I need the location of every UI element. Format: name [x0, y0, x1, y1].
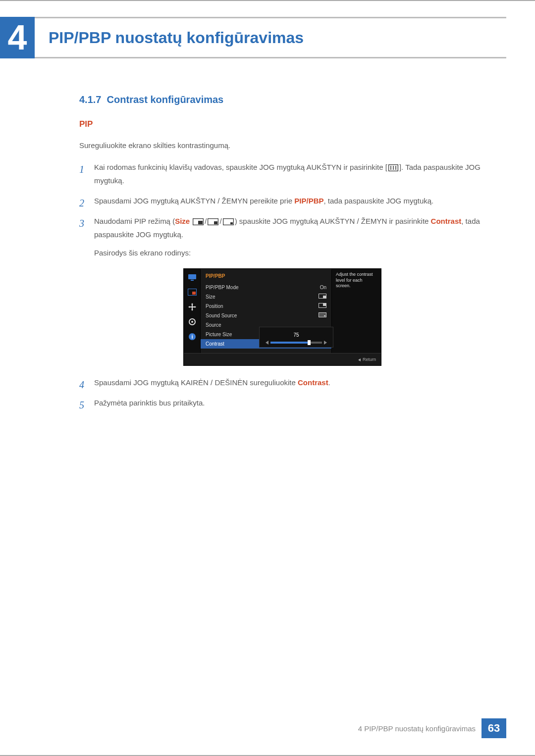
pip-size-icon-2 [208, 218, 218, 225]
osd-main: i PIP/PBP PIP/PBP Mode On Size [184, 269, 381, 353]
svg-rect-11 [191, 280, 194, 281]
section-title: Contrast konfigūravimas [107, 94, 224, 105]
slider-thumb [308, 340, 311, 345]
osd-menu: PIP/PBP PIP/PBP Mode On Size Position [201, 269, 331, 353]
osd-slider [270, 342, 322, 344]
svg-text:i: i [191, 334, 193, 340]
svg-rect-23 [324, 315, 325, 316]
osd-row-mode: PIP/PBP Mode On [201, 283, 331, 292]
osd-label-mode: PIP/PBP Mode [206, 283, 239, 292]
step-5: 5 Pažymėta parinktis bus pritaikyta. [79, 396, 485, 409]
svg-rect-22 [319, 312, 326, 317]
svg-rect-19 [323, 296, 326, 298]
osd-sound-icon [319, 311, 326, 320]
osd-value-mode: On [320, 283, 326, 292]
step-3: 3 Naudodami PIP režimą (Size //) spauski… [79, 214, 485, 366]
pip-size-icon-1 [193, 218, 204, 225]
chapter-title: PIP/PBP nuostatų konfigūravimas [35, 17, 506, 58]
step-3-size: Size [175, 217, 190, 225]
osd-label-contrast: Contrast [206, 340, 224, 349]
page-top-rule [0, 0, 535, 1]
chapter-header: 4 PIP/PBP nuostatų konfigūravimas [0, 17, 506, 58]
slider-left-arrow [266, 341, 268, 345]
svg-rect-21 [323, 303, 326, 306]
steps-list: 1 Kai rodomas funkcinių klavišų vadovas,… [79, 160, 485, 409]
step-2-highlight: PIP/PBP [294, 197, 323, 205]
osd-window: i PIP/PBP PIP/PBP Mode On Size [183, 268, 381, 366]
svg-rect-13 [192, 292, 196, 295]
monitor-icon [188, 273, 197, 282]
menu-icon [388, 164, 398, 171]
svg-rect-7 [214, 221, 217, 224]
info-icon: i [188, 332, 197, 341]
osd-size-icon [319, 293, 326, 302]
step-2-text-b: , tada paspauskite JOG mygtuką. [324, 197, 434, 205]
svg-point-15 [191, 321, 193, 323]
section-number: 4.1.7 [79, 94, 101, 105]
osd-label-source: Source [206, 321, 221, 330]
step-4: 4 Spausdami JOG mygtuką KAIRĖN / DEŠINĖN… [79, 376, 485, 389]
section-heading: 4.1.7 Contrast konfigūravimas [79, 94, 485, 105]
osd-row-sound: Sound Source [201, 311, 331, 320]
step-number: 5 [79, 396, 84, 414]
step-1-text-a: Kai rodomas funkcinių klavišų vadovas, s… [94, 163, 387, 171]
content-area: 4.1.7 Contrast konfigūravimas PIP Suregu… [79, 94, 485, 416]
step-3-highlight: Contrast [431, 217, 462, 225]
svg-rect-9 [230, 222, 233, 224]
footer-text: 4 PIP/PBP nuostatų konfigūravimas [358, 718, 482, 738]
step-number: 1 [79, 160, 84, 178]
osd-label-picture: Picture Size [206, 330, 232, 339]
step-4-text-a: Spausdami JOG mygtuką KAIRĖN / DEŠINĖN s… [94, 378, 298, 387]
intro-text: Sureguliuokite ekrano skilties kontrasti… [79, 141, 485, 150]
chapter-number: 4 [0, 17, 35, 58]
page-footer: 4 PIP/PBP nuostatų konfigūravimas 63 [358, 718, 506, 738]
pip-size-icon-3 [223, 218, 234, 225]
svg-rect-10 [188, 274, 196, 279]
osd-slider-panel: 75 [264, 328, 329, 346]
step-2: 2 Spausdami JOG mygtuką AUKŠTYN / ŽEMYN … [79, 194, 485, 207]
step-number: 3 [79, 214, 84, 232]
gear-icon [188, 317, 197, 326]
step-1: 1 Kai rodomas funkcinių klavišų vadovas,… [79, 160, 485, 187]
osd-footer: Return [184, 353, 381, 365]
osd-sidebar: i [184, 269, 201, 353]
svg-rect-5 [198, 221, 203, 224]
step-5-text: Pažymėta parinktis bus pritaikyta. [94, 399, 205, 407]
step-3-followup: Pasirodys šis ekrano rodinys: [94, 246, 485, 259]
step-4-highlight: Contrast [298, 378, 328, 387]
osd-return-label: Return [363, 357, 376, 362]
osd-row-position: Position [201, 302, 331, 311]
osd-label-position: Position [206, 302, 223, 311]
step-4-text-b: . [328, 378, 330, 387]
osd-title: PIP/PBP [201, 269, 331, 283]
osd-row-size: Size [201, 292, 331, 302]
osd-position-icon [319, 302, 326, 311]
osd-label-sound: Sound Source [206, 311, 237, 320]
osd-screenshot: i PIP/PBP PIP/PBP Mode On Size [183, 268, 381, 366]
slider-fill [270, 342, 309, 344]
sub-heading-pip: PIP [79, 119, 485, 129]
step-3-text-a: Naudodami PIP režimą ( [94, 217, 175, 225]
slider-right-arrow [324, 341, 327, 345]
step-3-text-b: ) spauskite JOG mygtuką AUKŠTYN / ŽEMYN … [235, 217, 431, 225]
pip-icon [188, 288, 197, 297]
step-number: 2 [79, 194, 84, 212]
return-arrow-icon [358, 358, 361, 361]
osd-slider-value: 75 [293, 331, 299, 340]
footer-page-number: 63 [482, 718, 506, 738]
osd-help-panel: Adjust the contrast level for each scree… [331, 269, 381, 353]
osd-label-size: Size [206, 293, 215, 302]
step-number: 4 [79, 376, 84, 394]
move-icon [188, 302, 197, 311]
step-2-text-a: Spausdami JOG mygtuką AUKŠTYN / ŽEMYN pe… [94, 197, 294, 205]
